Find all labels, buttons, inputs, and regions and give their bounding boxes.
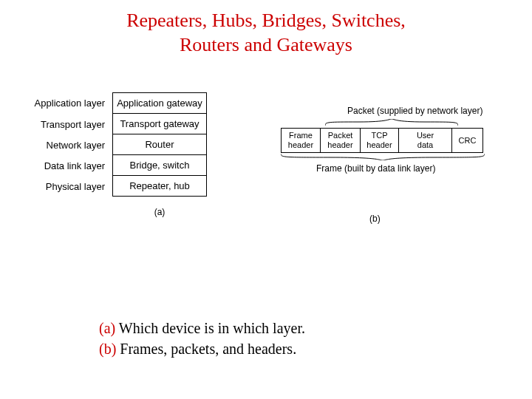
frame-structure: Frame header Packet header TCP header Us… [281, 128, 483, 153]
packet-label: Packet (supplied by network layer) [347, 106, 482, 116]
cell-line: header [364, 140, 395, 150]
caption-a: (a) Which device is in which layer. [99, 318, 305, 338]
cell-line: TCP [364, 131, 395, 140]
device-box: Router [112, 134, 207, 155]
table-row: Data link layer Bridge, switch [31, 155, 207, 176]
layer-label: Transport layer [31, 114, 112, 134]
cell-line: header [324, 140, 357, 150]
caption-a-letter: (a) [99, 320, 115, 336]
diagram-area: Application layer Application gateway Tr… [0, 92, 532, 262]
layer-label: Network layer [31, 134, 112, 155]
brace-bottom-icon [281, 153, 485, 160]
cell-line: header [284, 140, 317, 150]
device-box: Bridge, switch [112, 155, 207, 176]
caption-a-text: Which device is in which layer. [115, 320, 305, 336]
cell-line: User [402, 131, 449, 140]
part-a-label: (a) [112, 207, 207, 217]
part-a: Application layer Application gateway Tr… [31, 92, 207, 217]
slide-title: Repeaters, Hubs, Bridges, Switches, Rout… [0, 9, 532, 57]
layer-label: Application layer [31, 92, 112, 114]
brace-top-icon [325, 119, 458, 126]
title-line1: Repeaters, Hubs, Bridges, Switches, [126, 10, 406, 31]
caption-b: (b) Frames, packets, and headers. [99, 338, 305, 359]
user-data-cell: User data [399, 128, 452, 153]
layer-label: Physical layer [31, 176, 112, 197]
table-row: Transport layer Transport gateway [31, 114, 207, 134]
cell-line: Packet [324, 131, 357, 140]
frame-label: Frame (built by data link layer) [316, 163, 435, 174]
device-box: Transport gateway [112, 114, 207, 134]
captions: (a) Which device is in which layer. (b) … [99, 318, 305, 359]
layer-label: Data link layer [31, 155, 112, 176]
tcp-header-cell: TCP header [361, 128, 399, 153]
part-b-label: (b) [369, 214, 381, 224]
cell-line: Frame [284, 131, 317, 140]
title-line2: Routers and Gateways [180, 34, 352, 55]
device-box: Application gateway [112, 92, 207, 114]
table-row: Physical layer Repeater, hub [31, 176, 207, 197]
cell-line: data [402, 140, 449, 150]
device-box: Repeater, hub [112, 176, 207, 197]
caption-b-text: Frames, packets, and headers. [116, 341, 296, 357]
table-row: Network layer Router [31, 134, 207, 155]
cell-line: CRC [455, 136, 480, 146]
table-row: Application layer Application gateway [31, 92, 207, 114]
crc-cell: CRC [452, 128, 483, 153]
packet-header-cell: Packet header [321, 128, 361, 153]
frame-header-cell: Frame header [281, 128, 321, 153]
caption-b-letter: (b) [99, 341, 116, 357]
